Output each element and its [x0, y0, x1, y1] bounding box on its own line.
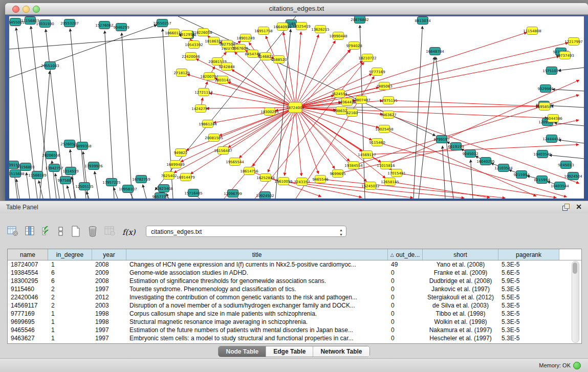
table-cell[interactable]: 6: [48, 269, 92, 277]
graph-edge[interactable]: [67, 186, 71, 199]
table-tabs[interactable]: Node TableEdge TableNetwork Table: [218, 346, 369, 357]
table-row[interactable]: 2242004622012Investigating the contribut…: [8, 293, 581, 301]
select-rows-icon[interactable]: [42, 226, 51, 238]
show-column-icon[interactable]: [25, 226, 35, 238]
graph-node[interactable]: 19384554: [344, 162, 363, 169]
graph-node[interactable]: 13626215: [311, 26, 330, 33]
graph-node[interactable]: 7243357: [294, 178, 310, 186]
table-cell[interactable]: 5.9E-5: [498, 277, 559, 285]
graph-node[interactable]: 10958107: [119, 185, 137, 193]
graph-edge[interactable]: [122, 33, 132, 199]
graph-edge[interactable]: [549, 155, 584, 159]
graph-node[interactable]: 18226058: [194, 29, 212, 36]
new-table-icon[interactable]: [71, 226, 81, 239]
table-cell[interactable]: 2003: [92, 301, 126, 310]
column-header-title[interactable]: title: [126, 249, 388, 260]
network-canvas[interactable]: 1645500111156803193315902055328715276062…: [9, 16, 584, 199]
graph-edge[interactable]: [558, 140, 584, 143]
close-panel-icon[interactable]: ✕: [576, 203, 582, 211]
table-header-row[interactable]: namein_degreeyeartitle△out_de...shortpag…: [8, 249, 581, 260]
graph-node[interactable]: 9115460: [369, 139, 385, 146]
tab-edge-table[interactable]: Edge Table: [266, 346, 313, 357]
table-row[interactable]: 946362711997Embryonic stem cells: a mode…: [8, 334, 581, 342]
table-cell[interactable]: 5.3E-5: [498, 301, 559, 310]
graph-edge[interactable]: [196, 59, 295, 107]
graph-node[interactable]: 3624554: [331, 90, 347, 98]
row-height-icon[interactable]: [58, 226, 64, 238]
column-header-pagerank[interactable]: pagerank: [498, 249, 559, 260]
table-cell[interactable]: Nakamura et al. (1997): [423, 326, 498, 334]
table-cell[interactable]: 2: [48, 285, 92, 293]
graph-edge[interactable]: [295, 32, 301, 107]
table-cell[interactable]: Yano et al. (2008): [423, 260, 498, 269]
table-cell[interactable]: Tourette syndrome. Phenomenology and cla…: [126, 285, 388, 293]
table-cell[interactable]: 1997: [92, 326, 126, 334]
graph-edge[interactable]: [360, 25, 365, 199]
graph-edge[interactable]: [435, 57, 453, 199]
graph-edge[interactable]: [295, 56, 559, 107]
graph-node[interactable]: 17957225: [102, 179, 121, 186]
graph-node[interactable]: 12505135: [75, 183, 94, 190]
graph-node[interactable]: 18901249: [236, 34, 255, 42]
graph-node[interactable]: 17015481: [387, 169, 406, 177]
table-cell[interactable]: 5.6E-5: [498, 269, 559, 277]
graph-node[interactable]: 11154808: [523, 27, 541, 35]
graph-edge[interactable]: [186, 107, 295, 150]
table-cell[interactable]: 9115460: [8, 285, 48, 293]
graph-edge[interactable]: [95, 171, 99, 199]
graph-node[interactable]: 20876842: [351, 16, 369, 24]
graph-node[interactable]: 10550257: [153, 19, 171, 27]
table-cell[interactable]: 5.3E-5: [498, 334, 559, 342]
table-cell[interactable]: 5.3E-5: [498, 326, 559, 334]
graph-edge[interactable]: [16, 179, 19, 199]
window-titlebar[interactable]: citations_edges.txt: [5, 3, 588, 15]
table-cell[interactable]: 2: [48, 293, 92, 301]
table-cell[interactable]: Franke et al. (2009): [423, 269, 498, 277]
graph-edge[interactable]: [397, 173, 556, 198]
graph-node[interactable]: 12823468: [155, 185, 173, 192]
graph-node[interactable]: 16899489: [166, 161, 185, 168]
graph-edge[interactable]: [295, 107, 350, 161]
graph-node[interactable]: 18614756: [240, 167, 258, 175]
graph-node[interactable]: 16040295: [476, 158, 495, 165]
graph-edge[interactable]: [295, 40, 335, 107]
table-cell[interactable]: 5.3E-5: [498, 260, 559, 269]
table-cell[interactable]: 9777169: [8, 310, 48, 318]
graph-edge[interactable]: [39, 181, 43, 199]
graph-node[interactable]: 11568189: [28, 171, 47, 179]
table-cell[interactable]: 5.3E-5: [498, 310, 559, 318]
tab-node-table[interactable]: Node Table: [219, 346, 266, 357]
tab-network-table[interactable]: Network Table: [313, 346, 369, 357]
table-cell[interactable]: 1: [48, 310, 92, 318]
table-cell[interactable]: 1997: [92, 334, 126, 342]
table-row[interactable]: 946554611997Estimation of the future num…: [8, 326, 581, 334]
graph-node[interactable]: 15716485: [184, 189, 203, 197]
graph-edge[interactable]: [228, 82, 295, 107]
column-header-in-degree[interactable]: in_degree: [48, 249, 92, 260]
graph-edge[interactable]: [558, 68, 584, 71]
table-cell[interactable]: 19384554: [8, 269, 48, 277]
graph-node[interactable]: 17939926: [84, 162, 103, 170]
graph-edge[interactable]: [295, 107, 335, 169]
graph-node[interactable]: 18724007: [286, 102, 304, 113]
graph-node[interactable]: 9046259: [113, 24, 129, 31]
graph-node[interactable]: 20081505: [205, 134, 223, 142]
graph-edge[interactable]: [206, 107, 295, 108]
table-cell[interactable]: Structural magnetic resonance image aver…: [126, 318, 388, 326]
table-scrollbar-thumb[interactable]: [573, 262, 577, 274]
table-cell[interactable]: Investigating the contribution of common…: [126, 293, 388, 301]
node-layer[interactable]: 1645500111156803193315902055328715276062…: [9, 16, 583, 199]
graph-node[interactable]: 2718129: [173, 69, 189, 77]
graph-node[interactable]: 1314519: [62, 167, 78, 175]
table-cell[interactable]: 0: [388, 326, 423, 334]
graph-node[interactable]: 10403544: [551, 182, 569, 190]
table-cell[interactable]: Dudbridge et al. (2008): [423, 277, 498, 285]
graph-node[interactable]: 9777169: [369, 68, 385, 76]
graph-node[interactable]: 16848784: [426, 48, 444, 55]
table-cell[interactable]: 1: [48, 318, 92, 326]
column-header-name[interactable]: name: [8, 249, 48, 260]
table-cell[interactable]: Hescheler et al. (1997): [423, 334, 498, 342]
graph-edge[interactable]: [295, 107, 318, 174]
network-svg[interactable]: 1645500111156803193315902055328715276062…: [9, 16, 584, 199]
graph-node[interactable]: 9975887: [57, 177, 73, 184]
